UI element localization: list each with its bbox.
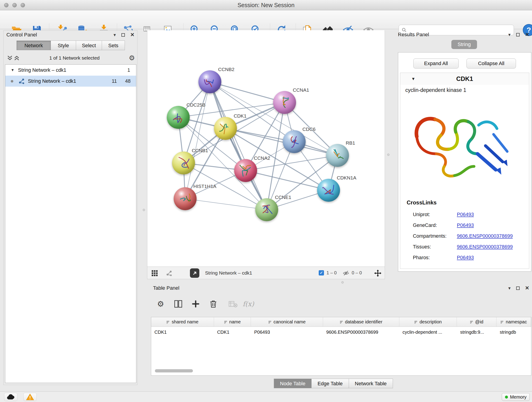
expand-all-button[interactable]: Expand All bbox=[413, 58, 459, 69]
close-panel-icon[interactable]: ✕ bbox=[525, 285, 529, 291]
network-canvas[interactable]: CCNB2CCNA1CDC25BCDK1CDC6RB1CCNB1CCNA2CDK… bbox=[147, 30, 385, 267]
horizontal-scrollbar[interactable] bbox=[155, 369, 193, 372]
network-node-ccnb2[interactable] bbox=[198, 70, 221, 93]
column-header-shared-name[interactable]: shared name bbox=[151, 317, 214, 327]
detach-view-button[interactable] bbox=[190, 268, 199, 278]
bottom-splitter-handle[interactable] bbox=[341, 281, 344, 283]
crosslink-link[interactable]: 9606.ENSP00000378699 bbox=[457, 244, 513, 250]
tab-string[interactable]: String bbox=[451, 40, 477, 49]
network-node-rb1[interactable] bbox=[326, 144, 349, 167]
tab-sets[interactable]: Sets bbox=[102, 41, 125, 50]
current-network-name: String Network – cdk1 bbox=[205, 267, 252, 279]
node-label-cdkn1a: CDKN1A bbox=[337, 175, 356, 181]
network-collection-row[interactable]: ▼ String Network – cdk1 1 bbox=[5, 65, 136, 76]
node-label-cdk1: CDK1 bbox=[234, 113, 247, 119]
tab-edge-table[interactable]: Edge Table bbox=[311, 379, 349, 388]
hidden-items-eye-icon[interactable] bbox=[342, 270, 349, 276]
selected-items-checkbox[interactable]: ✓ bbox=[319, 270, 324, 275]
delete-column-trash-icon[interactable] bbox=[208, 298, 219, 309]
edge-count: 48 bbox=[125, 78, 131, 84]
tab-select[interactable]: Select bbox=[76, 41, 102, 50]
table-cell[interactable]: cyclin-dependent ... bbox=[399, 327, 457, 337]
panel-menu-icon[interactable]: ▾ bbox=[508, 285, 511, 291]
memory-label: Memory bbox=[510, 395, 526, 400]
protein-structure-thumb bbox=[234, 159, 257, 182]
panel-menu-icon[interactable]: ▾ bbox=[508, 32, 511, 37]
close-panel-icon[interactable]: ✕ bbox=[525, 32, 529, 38]
float-panel-icon[interactable] bbox=[121, 33, 125, 37]
column-header-label: canonical name bbox=[273, 319, 306, 325]
window-title: Session: New Session bbox=[0, 2, 532, 8]
network-node-ccnb1[interactable] bbox=[172, 152, 195, 174]
network-node-ccna2[interactable] bbox=[234, 159, 257, 182]
network-tree-item[interactable]: String Network – cdk1 11 48 bbox=[5, 76, 136, 87]
column-header-label: namespac bbox=[506, 319, 527, 325]
network-node-ccna1[interactable] bbox=[273, 91, 296, 114]
network-node-cdc25b[interactable] bbox=[167, 106, 190, 129]
table-cell[interactable]: stringdb bbox=[496, 327, 531, 337]
control-panel-header: Control Panel ▾ ✕ bbox=[4, 31, 137, 39]
table-cell[interactable]: CDK1 bbox=[214, 327, 251, 337]
table-cell[interactable]: 9606.ENSP00000378699 bbox=[323, 327, 399, 337]
table-cell[interactable]: stringdb:9... bbox=[457, 327, 496, 337]
add-column-icon[interactable] bbox=[190, 298, 201, 309]
column-header-database-identifier[interactable]: database identifier bbox=[323, 317, 399, 327]
network-node-cdc6[interactable] bbox=[283, 130, 306, 153]
crosslink-label: Pharos: bbox=[413, 255, 457, 261]
column-header-namespac[interactable]: namespac bbox=[496, 317, 531, 327]
crosslink-link[interactable]: P06493 bbox=[457, 255, 474, 261]
pan-move-icon[interactable] bbox=[374, 269, 382, 277]
crosslink-link[interactable]: P06493 bbox=[457, 223, 474, 228]
left-splitter-handle[interactable] bbox=[143, 209, 145, 211]
node-label-ccne1: CCNE1 bbox=[275, 195, 291, 200]
expand-all-icon[interactable] bbox=[13, 55, 20, 61]
memory-button[interactable]: Memory bbox=[502, 393, 530, 401]
show-columns-icon[interactable] bbox=[173, 298, 184, 309]
network-node-cdk1[interactable] bbox=[214, 117, 237, 140]
collapse-entry-icon[interactable]: ▼ bbox=[411, 77, 415, 81]
network-node-hist1h1a[interactable] bbox=[174, 187, 196, 210]
float-panel-icon[interactable] bbox=[516, 33, 520, 36]
network-node-cdkn1a[interactable] bbox=[317, 179, 340, 202]
column-header--id[interactable]: @id bbox=[457, 317, 496, 327]
column-header-name[interactable]: name bbox=[214, 317, 251, 327]
cloud-button[interactable] bbox=[4, 393, 17, 401]
crosslink-link[interactable]: P06493 bbox=[457, 212, 474, 217]
protein-structure-thumb bbox=[255, 198, 278, 221]
right-splitter-handle[interactable] bbox=[387, 153, 389, 156]
network-overview-icon[interactable] bbox=[166, 270, 172, 277]
gene-entry-header[interactable]: ▼ CDK1 bbox=[400, 73, 529, 85]
tab-style[interactable]: Style bbox=[51, 41, 76, 50]
collapse-all-button[interactable]: Collapse All bbox=[467, 58, 516, 69]
panel-menu-icon[interactable]: ▾ bbox=[114, 32, 116, 38]
grid-view-icon[interactable] bbox=[152, 270, 158, 276]
table-settings-gear-icon[interactable]: ⚙ bbox=[155, 298, 166, 309]
gear-icon[interactable]: ⚙ bbox=[129, 55, 135, 61]
memory-status-dot bbox=[505, 396, 508, 399]
table-panel-title: Table Panel bbox=[153, 285, 179, 291]
tab-network-table[interactable]: Network Table bbox=[349, 379, 393, 388]
column-header-canonical-name[interactable]: canonical name bbox=[251, 317, 323, 327]
hidden-count: 0 – 0 bbox=[352, 267, 362, 279]
tree-expand-icon[interactable]: ▼ bbox=[11, 68, 14, 72]
table-row[interactable]: CDK1CDK1P064939606.ENSP00000378699cyclin… bbox=[151, 327, 531, 337]
collapse-all-icon[interactable] bbox=[6, 55, 13, 61]
table-cell[interactable]: P06493 bbox=[251, 327, 323, 337]
crosslink-label: Tissues: bbox=[413, 244, 457, 250]
warnings-button[interactable] bbox=[23, 393, 37, 401]
crosslink-link[interactable]: 9606.ENSP00000378699 bbox=[457, 233, 513, 239]
network-selection-status: 1 of 1 Network selected bbox=[20, 55, 129, 61]
network-node-ccne1[interactable] bbox=[255, 198, 278, 221]
tab-network[interactable]: Network bbox=[17, 41, 51, 50]
tab-node-table[interactable]: Node Table bbox=[274, 379, 312, 388]
protein-structure-thumb bbox=[273, 91, 296, 114]
column-sort-icon bbox=[268, 320, 272, 324]
column-sort-icon bbox=[414, 320, 418, 324]
crosslink-row: GeneCard:P06493 bbox=[400, 220, 529, 231]
close-panel-icon[interactable]: ✕ bbox=[130, 32, 134, 38]
main-toolbar: ? bbox=[0, 10, 532, 29]
table-cell[interactable]: CDK1 bbox=[151, 327, 214, 337]
float-panel-icon[interactable] bbox=[516, 287, 520, 290]
column-header-description[interactable]: description bbox=[399, 317, 457, 327]
network-icon bbox=[18, 78, 25, 84]
